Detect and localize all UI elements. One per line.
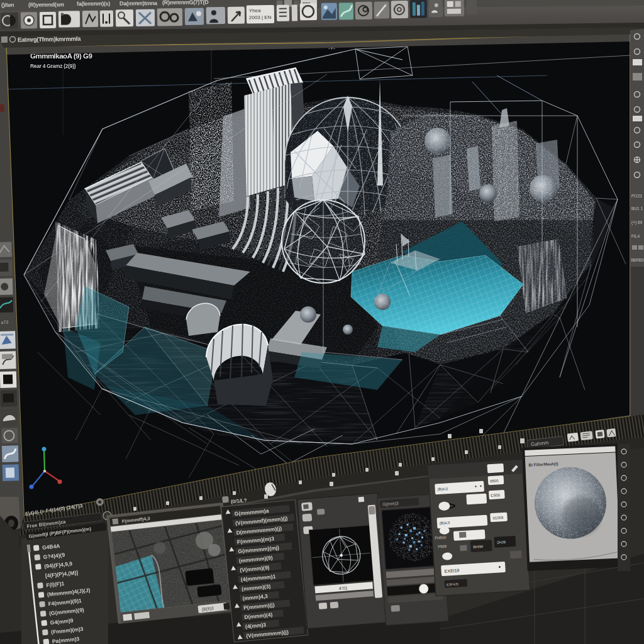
svg-text:C503: C503: [491, 493, 500, 497]
svg-text:a73: a73: [1, 320, 9, 325]
svg-text:(B)4,0: (B)4,0: [440, 521, 450, 525]
svg-text:Yhea: Yhea: [249, 8, 261, 13]
svg-text:E3F4J5: E3F4J5: [447, 582, 458, 587]
svg-text:4?/1: 4?/1: [339, 586, 348, 591]
svg-text:(R)yemmd(sm: (R)yemmd(sm: [28, 1, 64, 8]
svg-text:9BRB03: 9BRB03: [631, 258, 644, 262]
svg-text:BHIW: BHIW: [473, 545, 483, 549]
svg-text:fa(lemmm)(s): fa(lemmm)(s): [77, 1, 110, 7]
svg-text:0500: 0500: [490, 479, 499, 483]
svg-text:(R)mmmmG(7)T(D: (R)mmmmG(7)T(D: [162, 0, 209, 6]
svg-text:>: >: [449, 500, 456, 513]
svg-text:2HJ9: 2HJ9: [497, 540, 506, 545]
svg-text:(B)4,0: (B)4,0: [438, 487, 448, 491]
svg-text:Eatmrg(Tfmm)kmrmmfa: Eatmrg(Tfmm)kmrmmfa: [18, 35, 81, 43]
svg-text:F6,4: F6,4: [631, 234, 640, 238]
svg-text:()/ten: ()/ten: [1, 2, 14, 8]
svg-text:PO23: PO23: [631, 194, 642, 198]
svg-text:01003: 01003: [492, 516, 504, 520]
svg-text:EXEI19: EXEI19: [444, 568, 459, 573]
svg-text:(+) 69: (+) 69: [631, 220, 643, 225]
svg-text:F599: F599: [438, 545, 447, 549]
svg-text:2003 | EN: 2003 | EN: [249, 14, 272, 20]
svg-text:FH500: FH500: [435, 536, 447, 540]
svg-text:Rear 4 Gramz (2(9)): Rear 4 Gramz (2(9)): [30, 63, 76, 69]
svg-text:Da(mmm)tmna: Da(mmm)tmna: [119, 0, 158, 6]
svg-text:BU1 1: BU1 1: [631, 206, 643, 211]
